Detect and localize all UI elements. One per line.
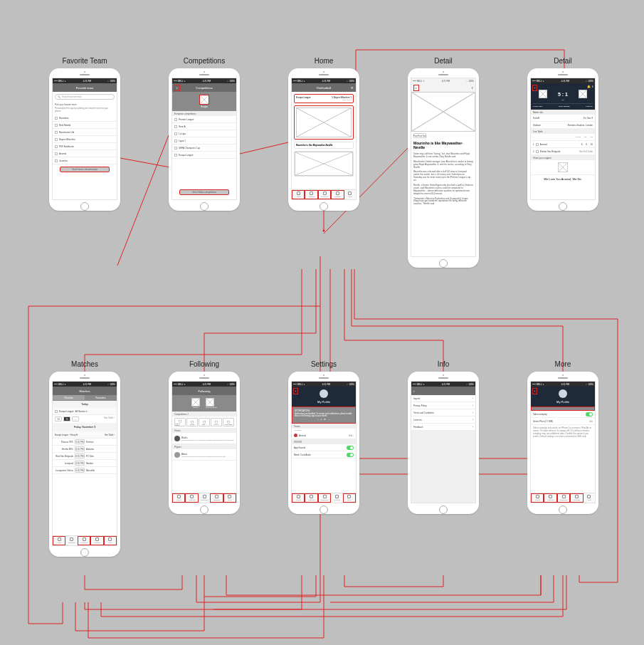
tab-settings[interactable]: Settings	[331, 493, 342, 503]
region-tile[interactable]	[199, 95, 209, 105]
tab-matches[interactable]: Matches	[305, 493, 317, 503]
settings-icon[interactable]: ⚙	[351, 86, 354, 90]
see-table-link[interactable]: See Table ›	[104, 416, 115, 421]
tab-following[interactable]: Following	[318, 493, 331, 503]
hardware-home[interactable]	[559, 505, 567, 514]
noti-icon[interactable]: ≡	[321, 419, 322, 421]
screen-more: ••••• BELL ᯤ4:21 PM⎍ 100% ‹ My Profile V…	[527, 372, 598, 514]
section: European competitions	[172, 111, 236, 116]
tab-settings[interactable]: Settings	[210, 493, 223, 503]
tab-following[interactable]: Following	[199, 493, 210, 503]
comp-row[interactable]: Premier League	[172, 116, 236, 123]
tab-following[interactable]: Following	[318, 190, 331, 199]
comp-row[interactable]: UEFA Champions Cup	[172, 145, 236, 152]
hero-story-card[interactable]	[294, 105, 354, 140]
skip-favorite-button[interactable]: I don't have a favorite team	[60, 167, 110, 172]
screen-detail-article: ••••• BELL ᯤ4:21 PM⎍ 100% ‹ ⇪ FourFourTw…	[408, 68, 479, 268]
hardware-home[interactable]	[439, 259, 448, 268]
story-card[interactable]	[294, 151, 354, 177]
screen-detail-match: ••••• BELL ᯤ4:21 PM⎍ 100% ‹ 🔔 ⇪ 5 : 1 FT…	[527, 68, 598, 211]
fixture-row[interactable]: Hertha BSC6:05 PMAtalanta	[53, 446, 117, 453]
info-row[interactable]: Imprint›	[411, 395, 475, 402]
hardware-home[interactable]	[559, 202, 567, 211]
info-row[interactable]: Privacy Policy›	[411, 402, 475, 409]
source-chip[interactable]: FourFourTwo	[413, 133, 426, 138]
noti-icon[interactable]: ⚙	[324, 419, 326, 421]
search-icon: 🔍	[58, 95, 60, 98]
comp-row[interactable]: Ligue 1	[172, 137, 236, 145]
team-row[interactable]: PSV Eindhoven	[53, 143, 117, 150]
tab-following[interactable]: Following	[557, 493, 570, 503]
screen-settings: ••••• BELL ᯤ4:21 PM⎍ 100% ‹ My Profile N…	[288, 372, 359, 514]
comp-row[interactable]: La Liga	[172, 130, 236, 137]
screen-home: ••••• BELL ᯤ4:21 PM⎍ 100% Onefootball ⚙ …	[288, 68, 359, 211]
story-headline[interactable]: Mourinho is like Mayweather-Neville	[296, 144, 352, 147]
tab-more[interactable]: More	[343, 493, 356, 503]
live-score-card[interactable]: Europa League 5 Bayern München 1 Thu, No…	[294, 94, 354, 103]
team-row[interactable]: Bayern München	[53, 136, 117, 143]
back-button[interactable]: ‹	[413, 389, 415, 393]
toggle-autoplay[interactable]	[586, 412, 593, 416]
tab-home[interactable]: Home	[531, 493, 544, 503]
fixture-row[interactable]: Red Star Belgrade6:05 PMFC Köln	[53, 453, 117, 460]
noti-icon[interactable]: ⌂	[317, 419, 319, 421]
hardware-home[interactable]	[320, 505, 328, 514]
back-button[interactable]: ‹	[174, 85, 180, 91]
skip-competitions-button[interactable]: I don't follow competitions	[179, 189, 229, 195]
tab-more[interactable]: More	[584, 493, 595, 503]
comp-row[interactable]: Serie A	[172, 123, 236, 130]
tab-matches[interactable]: Matches	[544, 493, 556, 503]
navbar: ‹ ⇪	[411, 83, 475, 92]
tab-matches[interactable]: Matches	[185, 493, 198, 503]
team-list: Barcelona Real Madrid Manchester Utd Bay…	[53, 115, 117, 164]
fixture-row[interactable]: Liverpool6:05 PMMaribor	[53, 460, 117, 467]
tab-home[interactable]: Home	[292, 190, 305, 199]
back-button[interactable]: ‹	[293, 388, 298, 394]
back-button[interactable]: ‹	[413, 85, 419, 91]
seg-overview[interactable]: Overview	[53, 395, 85, 400]
fixture-row[interactable]: Štúrovo VFC6:05 PMEverton	[53, 439, 117, 446]
team-row[interactable]: Manchester Utd	[53, 129, 117, 136]
noti-icon[interactable]: …	[328, 419, 330, 421]
tab-home[interactable]: Home	[53, 536, 65, 545]
search-input[interactable]: 🔍 Search favorite team	[55, 94, 115, 100]
hardware-home[interactable]	[439, 505, 448, 514]
tab-matches[interactable]: Matches	[65, 536, 77, 545]
back-button[interactable]: ‹	[532, 388, 537, 394]
comp-row[interactable]: Europa League	[172, 152, 236, 159]
avatar-icon	[320, 389, 328, 398]
nav-title: Favorite team	[76, 86, 93, 90]
info-row[interactable]: Feedback›	[411, 424, 475, 431]
team-row[interactable]: Juventus	[53, 157, 117, 164]
toggle-match-audio[interactable]	[347, 453, 354, 457]
tab-settings[interactable]: Settings	[570, 493, 583, 503]
tab-settings[interactable]: Settings	[331, 190, 344, 199]
seg-favourites[interactable]: Favourites	[85, 395, 117, 400]
info-row[interactable]: Licenses›	[411, 416, 475, 424]
back-button[interactable]: ‹	[532, 85, 537, 91]
tab-matches[interactable]: Matches	[305, 190, 317, 199]
tab-more[interactable]: More	[223, 493, 236, 503]
hardware-home[interactable]	[80, 202, 89, 211]
toggle-app-sounds[interactable]	[347, 446, 354, 450]
avatar-icon	[559, 389, 567, 398]
share-icon[interactable]: ⇪	[471, 86, 473, 90]
screen-competitions: ••••• BELL ᯤ4:21 PM⎍ 100% ‹ Competitions…	[169, 68, 240, 211]
label-detail2: Detail	[527, 57, 598, 65]
tab-home[interactable]: Home	[292, 493, 305, 503]
hardware-home[interactable]	[200, 202, 208, 211]
hardware-home[interactable]	[80, 548, 89, 557]
team-row[interactable]: Real Madrid	[53, 122, 117, 129]
bell-icon[interactable]: 🔔 ⇪	[587, 85, 593, 88]
info-row[interactable]: Terms and Conditions›	[411, 409, 475, 416]
team-row[interactable]: Arsenal	[53, 150, 117, 157]
hardware-home[interactable]	[200, 505, 208, 514]
tab-more[interactable]: More	[344, 190, 356, 199]
tab-home[interactable]: Home	[172, 493, 185, 503]
hardware-home[interactable]	[320, 202, 328, 211]
tab-following[interactable]: Following	[78, 536, 90, 545]
tab-settings[interactable]: Settings	[90, 536, 103, 545]
tab-more[interactable]: More	[104, 536, 117, 545]
fixture-row[interactable]: Lvangames Vilnius6:05 PMMarseille	[53, 467, 117, 474]
team-row[interactable]: Barcelona	[53, 115, 117, 122]
